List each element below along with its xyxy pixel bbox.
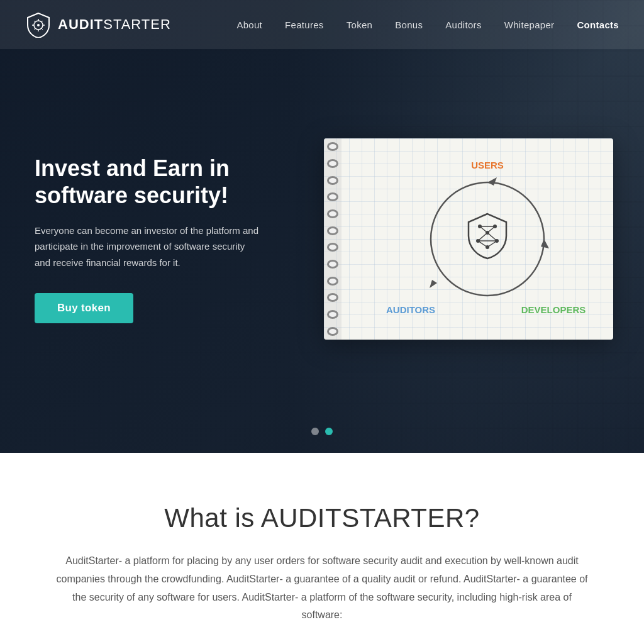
shield-icon-diagram xyxy=(469,214,506,258)
hero-content: Invest and Earn in software security! Ev… xyxy=(0,0,644,453)
nav-contacts[interactable]: Contacts xyxy=(577,19,619,30)
about-section: What is AUDITSTARTER? AuditStarter- a pl… xyxy=(0,453,644,644)
logo[interactable]: AUDITSTARTER xyxy=(25,11,171,38)
spiral-ring xyxy=(327,277,338,286)
site-header: AUDITSTARTER About Features Token Bonus … xyxy=(0,0,644,49)
svg-line-8 xyxy=(42,21,43,22)
spiral-ring xyxy=(327,192,338,201)
svg-line-9 xyxy=(34,28,35,30)
svg-line-18 xyxy=(487,233,497,241)
spiral-ring xyxy=(327,293,338,302)
diagram-svg: USERS AUDITORS DEVELOPERS xyxy=(362,151,588,327)
carousel-dots xyxy=(311,428,333,435)
svg-point-1 xyxy=(37,24,40,26)
buy-token-button[interactable]: Buy token xyxy=(35,293,133,323)
spiral-ring xyxy=(327,327,338,336)
logo-shield-icon xyxy=(25,11,52,38)
svg-line-21 xyxy=(480,226,487,233)
spiral-ring xyxy=(327,243,338,252)
spiral-ring xyxy=(327,159,338,168)
hero-headline: Invest and Earn in software security! xyxy=(35,155,299,209)
about-text: AuditStarter- a platform for placing by … xyxy=(52,552,592,625)
svg-line-7 xyxy=(42,28,43,30)
svg-point-10 xyxy=(431,182,544,296)
svg-line-6 xyxy=(34,21,35,22)
nav-whitepaper[interactable]: Whitepaper xyxy=(504,19,555,30)
hero-description: Everyone can become an investor of the p… xyxy=(35,223,261,271)
hero-section: AUDITSTARTER About Features Token Bonus … xyxy=(0,0,644,453)
spiral-binding xyxy=(324,138,341,340)
nav-features[interactable]: Features xyxy=(285,19,324,30)
svg-line-22 xyxy=(487,226,495,233)
about-title: What is AUDITSTARTER? xyxy=(50,503,594,533)
spiral-ring xyxy=(327,209,338,218)
nav-bonus[interactable]: Bonus xyxy=(395,19,423,30)
svg-text:DEVELOPERS: DEVELOPERS xyxy=(521,304,586,315)
spiral-ring xyxy=(327,176,338,185)
spiral-ring xyxy=(327,310,338,319)
svg-text:AUDITORS: AUDITORS xyxy=(386,304,435,315)
nav-about[interactable]: About xyxy=(236,19,262,30)
svg-line-19 xyxy=(478,241,487,247)
svg-line-17 xyxy=(478,233,487,241)
ecosystem-diagram: USERS AUDITORS DEVELOPERS xyxy=(362,151,588,327)
main-nav: About Features Token Bonus Auditors Whit… xyxy=(236,19,619,30)
spiral-ring xyxy=(327,142,338,151)
nav-auditors[interactable]: Auditors xyxy=(445,19,481,30)
carousel-dot-1[interactable] xyxy=(311,428,319,435)
svg-text:USERS: USERS xyxy=(471,160,504,170)
carousel-dot-2[interactable] xyxy=(325,428,333,435)
hero-right-panel: USERS AUDITORS DEVELOPERS xyxy=(324,138,613,340)
hero-left-panel: Invest and Earn in software security! Ev… xyxy=(35,155,299,324)
nav-token[interactable]: Token xyxy=(347,19,373,30)
spiral-ring xyxy=(327,226,338,235)
spiral-ring xyxy=(327,260,338,269)
diagram-notebook: USERS AUDITORS DEVELOPERS xyxy=(324,138,613,340)
logo-text: AUDITSTARTER xyxy=(58,16,171,33)
svg-line-20 xyxy=(487,241,497,247)
